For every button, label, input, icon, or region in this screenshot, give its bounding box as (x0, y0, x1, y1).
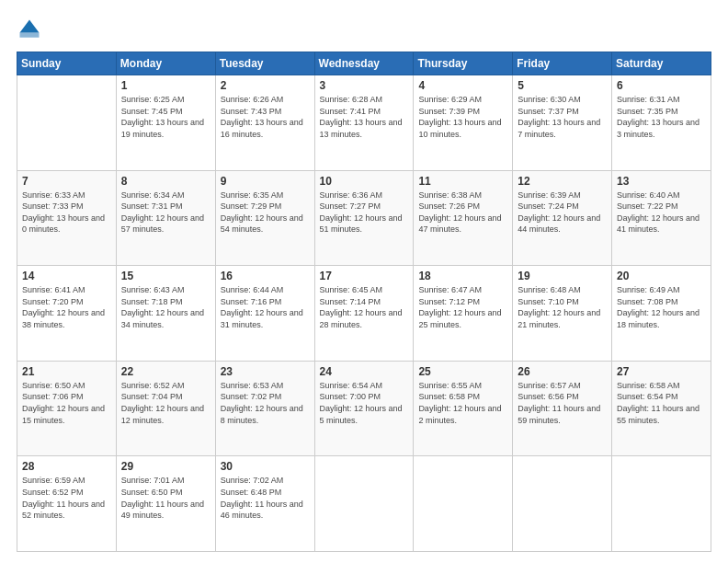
week-row-1: 1Sunrise: 6:25 AMSunset: 7:45 PMDaylight… (17, 75, 711, 171)
calendar-table: SundayMondayTuesdayWednesdayThursdayFrid… (17, 52, 711, 552)
calendar-cell: 26Sunrise: 6:57 AMSunset: 6:56 PMDayligh… (513, 361, 612, 456)
svg-marker-0 (20, 20, 40, 33)
calendar-cell: 5Sunrise: 6:30 AMSunset: 7:37 PMDaylight… (513, 75, 612, 171)
cell-info: Sunrise: 6:50 AMSunset: 7:06 PMDaylight:… (22, 380, 111, 426)
calendar-cell: 15Sunrise: 6:43 AMSunset: 7:18 PMDayligh… (116, 266, 215, 362)
cell-info: Sunrise: 6:41 AMSunset: 7:20 PMDaylight:… (22, 284, 111, 330)
day-number: 30 (221, 460, 310, 473)
weekday-header-wednesday: Wednesday (314, 52, 414, 75)
calendar-cell: 21Sunrise: 6:50 AMSunset: 7:06 PMDayligh… (17, 361, 117, 456)
day-number: 4 (418, 79, 507, 92)
cell-info: Sunrise: 6:47 AMSunset: 7:12 PMDaylight:… (418, 284, 507, 330)
cell-info: Sunrise: 6:36 AMSunset: 7:27 PMDaylight:… (320, 190, 409, 236)
day-number: 25 (418, 365, 507, 378)
cell-info: Sunrise: 7:02 AMSunset: 6:48 PMDaylight:… (221, 475, 310, 521)
calendar-cell: 27Sunrise: 6:58 AMSunset: 6:54 PMDayligh… (612, 361, 711, 456)
calendar-cell: 16Sunrise: 6:44 AMSunset: 7:16 PMDayligh… (215, 266, 314, 362)
calendar-cell: 23Sunrise: 6:53 AMSunset: 7:02 PMDayligh… (215, 361, 314, 456)
logo-icon (17, 17, 42, 42)
cell-info: Sunrise: 6:45 AMSunset: 7:14 PMDaylight:… (320, 284, 409, 330)
cell-info: Sunrise: 7:01 AMSunset: 6:50 PMDaylight:… (121, 475, 210, 521)
day-number: 17 (320, 270, 409, 282)
day-number: 23 (221, 365, 310, 378)
day-number: 2 (221, 79, 310, 92)
header (17, 17, 711, 42)
weekday-header-tuesday: Tuesday (215, 52, 314, 75)
weekday-header-saturday: Saturday (612, 52, 711, 75)
day-number: 3 (320, 79, 409, 92)
week-row-2: 7Sunrise: 6:33 AMSunset: 7:33 PMDaylight… (17, 170, 711, 266)
day-number: 18 (418, 270, 507, 282)
svg-rect-1 (20, 33, 40, 38)
day-number: 24 (320, 365, 409, 378)
calendar-cell: 1Sunrise: 6:25 AMSunset: 7:45 PMDaylight… (116, 75, 215, 171)
cell-info: Sunrise: 6:31 AMSunset: 7:35 PMDaylight:… (617, 94, 706, 140)
calendar-cell (414, 456, 513, 552)
cell-info: Sunrise: 6:25 AMSunset: 7:45 PMDaylight:… (121, 94, 210, 140)
calendar-cell: 8Sunrise: 6:34 AMSunset: 7:31 PMDaylight… (116, 170, 215, 266)
day-number: 7 (22, 175, 111, 188)
calendar-cell: 3Sunrise: 6:28 AMSunset: 7:41 PMDaylight… (314, 75, 414, 171)
cell-info: Sunrise: 6:48 AMSunset: 7:10 PMDaylight:… (518, 284, 607, 330)
day-number: 26 (518, 365, 607, 378)
calendar-cell: 6Sunrise: 6:31 AMSunset: 7:35 PMDaylight… (612, 75, 711, 171)
week-row-5: 28Sunrise: 6:59 AMSunset: 6:52 PMDayligh… (17, 456, 711, 552)
weekday-header-sunday: Sunday (17, 52, 117, 75)
cell-info: Sunrise: 6:59 AMSunset: 6:52 PMDaylight:… (22, 475, 111, 521)
calendar-cell: 22Sunrise: 6:52 AMSunset: 7:04 PMDayligh… (116, 361, 215, 456)
cell-info: Sunrise: 6:34 AMSunset: 7:31 PMDaylight:… (121, 190, 210, 236)
cell-info: Sunrise: 6:53 AMSunset: 7:02 PMDaylight:… (221, 380, 310, 426)
cell-info: Sunrise: 6:39 AMSunset: 7:24 PMDaylight:… (518, 190, 607, 236)
calendar-cell: 24Sunrise: 6:54 AMSunset: 7:00 PMDayligh… (314, 361, 414, 456)
cell-info: Sunrise: 6:40 AMSunset: 7:22 PMDaylight:… (617, 190, 706, 236)
day-number: 14 (22, 270, 111, 282)
cell-info: Sunrise: 6:49 AMSunset: 7:08 PMDaylight:… (617, 284, 706, 330)
calendar-cell: 28Sunrise: 6:59 AMSunset: 6:52 PMDayligh… (17, 456, 117, 552)
page: SundayMondayTuesdayWednesdayThursdayFrid… (0, 0, 728, 563)
cell-info: Sunrise: 6:35 AMSunset: 7:29 PMDaylight:… (221, 190, 310, 236)
day-number: 5 (518, 79, 607, 92)
day-number: 1 (121, 79, 210, 92)
cell-info: Sunrise: 6:52 AMSunset: 7:04 PMDaylight:… (121, 380, 210, 426)
calendar-cell (17, 75, 117, 171)
calendar-cell: 18Sunrise: 6:47 AMSunset: 7:12 PMDayligh… (414, 266, 513, 362)
day-number: 12 (518, 175, 607, 188)
cell-info: Sunrise: 6:38 AMSunset: 7:26 PMDaylight:… (418, 190, 507, 236)
cell-info: Sunrise: 6:55 AMSunset: 6:58 PMDaylight:… (418, 380, 507, 426)
day-number: 27 (617, 365, 706, 378)
weekday-header-friday: Friday (513, 52, 612, 75)
calendar-cell: 30Sunrise: 7:02 AMSunset: 6:48 PMDayligh… (215, 456, 314, 552)
weekday-header-monday: Monday (116, 52, 215, 75)
day-number: 6 (617, 79, 706, 92)
cell-info: Sunrise: 6:28 AMSunset: 7:41 PMDaylight:… (320, 94, 409, 140)
calendar-cell: 4Sunrise: 6:29 AMSunset: 7:39 PMDaylight… (414, 75, 513, 171)
calendar-cell: 20Sunrise: 6:49 AMSunset: 7:08 PMDayligh… (612, 266, 711, 362)
calendar-cell: 9Sunrise: 6:35 AMSunset: 7:29 PMDaylight… (215, 170, 314, 266)
calendar-cell: 7Sunrise: 6:33 AMSunset: 7:33 PMDaylight… (17, 170, 117, 266)
logo (17, 17, 46, 42)
day-number: 28 (22, 460, 111, 473)
calendar-cell: 11Sunrise: 6:38 AMSunset: 7:26 PMDayligh… (414, 170, 513, 266)
week-row-4: 21Sunrise: 6:50 AMSunset: 7:06 PMDayligh… (17, 361, 711, 456)
day-number: 10 (320, 175, 409, 188)
weekday-header-row: SundayMondayTuesdayWednesdayThursdayFrid… (17, 52, 711, 75)
week-row-3: 14Sunrise: 6:41 AMSunset: 7:20 PMDayligh… (17, 266, 711, 362)
calendar-cell: 12Sunrise: 6:39 AMSunset: 7:24 PMDayligh… (513, 170, 612, 266)
cell-info: Sunrise: 6:33 AMSunset: 7:33 PMDaylight:… (22, 190, 111, 236)
day-number: 13 (617, 175, 706, 188)
calendar-cell: 2Sunrise: 6:26 AMSunset: 7:43 PMDaylight… (215, 75, 314, 171)
cell-info: Sunrise: 6:54 AMSunset: 7:00 PMDaylight:… (320, 380, 409, 426)
cell-info: Sunrise: 6:58 AMSunset: 6:54 PMDaylight:… (617, 380, 706, 426)
day-number: 29 (121, 460, 210, 473)
cell-info: Sunrise: 6:30 AMSunset: 7:37 PMDaylight:… (518, 94, 607, 140)
day-number: 21 (22, 365, 111, 378)
calendar-cell: 10Sunrise: 6:36 AMSunset: 7:27 PMDayligh… (314, 170, 414, 266)
day-number: 16 (221, 270, 310, 282)
calendar-cell: 17Sunrise: 6:45 AMSunset: 7:14 PMDayligh… (314, 266, 414, 362)
day-number: 20 (617, 270, 706, 282)
calendar-cell (513, 456, 612, 552)
cell-info: Sunrise: 6:57 AMSunset: 6:56 PMDaylight:… (518, 380, 607, 426)
day-number: 8 (121, 175, 210, 188)
calendar-cell (314, 456, 414, 552)
day-number: 11 (418, 175, 507, 188)
